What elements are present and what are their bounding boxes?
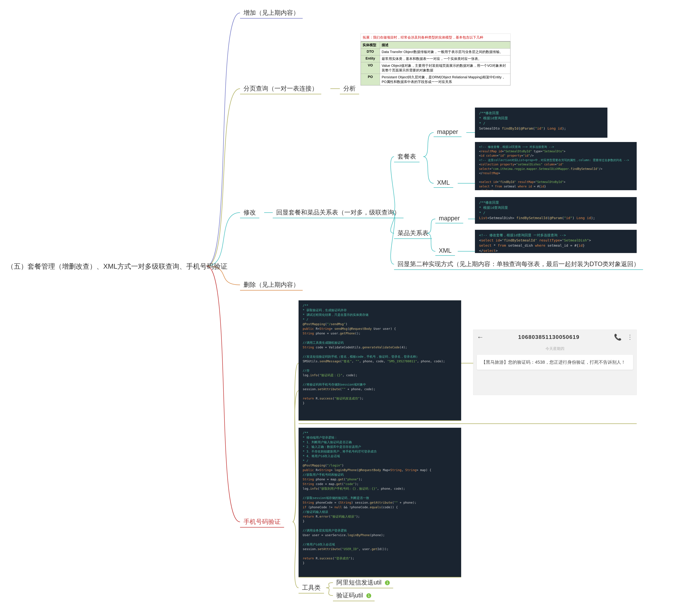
- badge-icon: 1: [385, 580, 390, 585]
- node-echo-rel[interactable]: 回显套餐和菜品关系表（一对多，级联查询）: [273, 207, 404, 218]
- entity-table-title: 拓展：我们在做项目时，经常会涉及到各种类型的实体模型，基本包含以下几种: [361, 34, 510, 42]
- td-v: Data Transfer Object数据传输对象，一般用于表示层与业务层之间…: [380, 49, 510, 55]
- node-util-sms[interactable]: 阿里短信发送util 1: [333, 577, 393, 588]
- td-k: VO: [361, 62, 380, 74]
- td-k: Entity: [361, 55, 380, 62]
- node-delete[interactable]: 删除（见上期内容）: [240, 279, 303, 291]
- td-k: DTO: [361, 49, 380, 55]
- node-setmeal-table[interactable]: 套餐表: [394, 150, 420, 162]
- node-utils[interactable]: 工具类: [298, 582, 324, 593]
- node-modify[interactable]: 修改: [240, 207, 259, 218]
- td-k: PO: [361, 74, 380, 85]
- td-v: Value Object值对象，主要用于封装前端页面展示的数据对象，用一个VO对…: [380, 62, 510, 74]
- code-xml-setmeal: <!-- 修改套餐，根据id页查询 ——> 对多连接查询 --><resultM…: [475, 142, 637, 190]
- node-analyze[interactable]: 分析: [340, 83, 359, 94]
- sms-number: 106803851130050619: [484, 334, 614, 340]
- phone-icon[interactable]: 📞: [614, 334, 622, 341]
- mindmap-canvas: （五）套餐管理（增删改查）、XML方式一对多级联查询、手机号码验证 增加（见上期…: [0, 0, 700, 610]
- entity-table: 拓展：我们在做项目时，经常会涉及到各种类型的实体模型，基本包含以下几种 实体模型…: [360, 34, 510, 85]
- node-mapper1[interactable]: mapper: [434, 127, 461, 137]
- node-xml2[interactable]: XML: [435, 245, 455, 256]
- td-v: 最常用实体类，基本和数据表一一对应，一个实体类对应一张表。: [380, 55, 510, 62]
- node-pagequery[interactable]: 分页查询（一对一表连接）: [240, 83, 321, 94]
- code-xml-dish: <!-- 修改套餐，根据id查询回显 一对多连接查询 --><select id…: [475, 230, 637, 253]
- util-code-label: 验证码util: [337, 592, 363, 599]
- code-mapper-dish: /**修改回显 * 根据id查询回显 * /List<SetmealDish> …: [475, 197, 637, 224]
- node-add[interactable]: 增加（见上期内容）: [240, 7, 303, 19]
- sms-body: 【黑马旅游】您的验证码：4538，您正进行身份验证，打死不告诉别人！: [477, 355, 633, 370]
- code-sendmsg: /** * 获取验证码，生成验证码并存 * 调试过程简化结果，只是在显示的实体类…: [298, 300, 461, 421]
- back-arrow-icon[interactable]: ←: [477, 333, 484, 341]
- code-mapper-setmeal: /**修改回显 * 根据id查询回显 * /SetmealDto findByI…: [475, 108, 607, 138]
- sms-date: 今天星期四: [477, 346, 633, 351]
- th-model: 实体模型: [361, 42, 380, 49]
- td-v: Persistant Object持久层对象，是ORM(Object Relat…: [380, 74, 510, 85]
- node-echo-second[interactable]: 回显第二种实现方式（见上期内容：单独查询每张表，最后一起封装为DTO类对象返回）: [394, 258, 643, 270]
- node-phone-verify[interactable]: 手机号码验证: [240, 516, 284, 528]
- sms-preview: ← 106803851130050619 📞 ⋮ 今天星期四 【黑马旅游】您的验…: [473, 330, 637, 395]
- node-dish-rel-table[interactable]: 菜品关系表: [394, 227, 432, 239]
- util-sms-label: 阿里短信发送util: [337, 579, 381, 586]
- node-xml1[interactable]: XML: [434, 177, 453, 188]
- more-icon[interactable]: ⋮: [627, 334, 633, 341]
- node-mapper2[interactable]: mapper: [435, 213, 463, 223]
- code-login: /** * 移动端用户登录逻辑： * 1、判断用户输入验证码是否正确 * 2、输…: [298, 428, 461, 577]
- badge-icon: 1: [367, 593, 371, 598]
- root-node[interactable]: （五）套餐管理（增删改查）、XML方式一对多级联查询、手机号码验证: [7, 262, 227, 271]
- node-util-code[interactable]: 验证码util 1: [333, 590, 375, 601]
- th-desc: 描述: [380, 42, 510, 49]
